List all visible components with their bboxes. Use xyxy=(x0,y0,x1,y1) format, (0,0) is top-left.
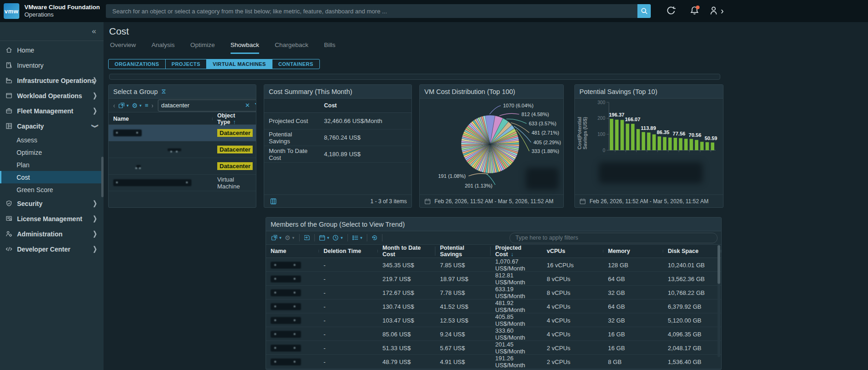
refresh-icon[interactable] xyxy=(666,6,677,17)
bar-title: Potential Savings (Top 10) xyxy=(579,88,657,95)
sidebar-item-optimize[interactable]: Optimize xyxy=(0,146,104,159)
sidebar-item-fleet-management[interactable]: Fleet Management❯ xyxy=(0,103,104,118)
gear-icon[interactable]: ⚙ xyxy=(132,102,138,109)
sidebar-scrollbar[interactable] xyxy=(101,157,104,197)
calendar-icon xyxy=(424,198,431,205)
chevron-down-icon[interactable]: ▾ xyxy=(327,235,330,240)
chevron-down-icon[interactable]: ▾ xyxy=(279,235,282,240)
sidebar-item-home[interactable]: Home xyxy=(0,42,104,58)
sidebar-item-capacity[interactable]: Capacity❯ xyxy=(0,118,104,134)
members-table-row[interactable]: -172.67 US$7.78 US$633.19 US$/Month8 vCP… xyxy=(266,286,721,300)
tab-showback[interactable]: Showback xyxy=(231,41,259,54)
sidebar-item-developer-center[interactable]: Developer Center❯ xyxy=(0,241,104,257)
list-view-icon[interactable] xyxy=(352,235,359,241)
members-scrollbar[interactable] xyxy=(718,245,720,357)
subtab-projects[interactable]: PROJECTS xyxy=(165,59,207,69)
chevron-down-icon[interactable]: ▾ xyxy=(292,235,295,240)
tab-optimize[interactable]: Optimize xyxy=(191,41,215,54)
summary-value: 32,460.66 US$/Month xyxy=(319,117,411,124)
members-table-row[interactable]: -219.7 US$18.97 US$812.81 US$/Month8 vCP… xyxy=(266,272,721,286)
chevron-down-icon[interactable]: ▾ xyxy=(139,103,142,108)
sidebar-item-plan[interactable]: Plan xyxy=(0,159,104,171)
members-table-row[interactable]: -48.79 US$4.91 US$191.26 US$/Month2 vCPU… xyxy=(266,355,721,369)
sidebar-item-workload-operations[interactable]: Workload Operations❯ xyxy=(0,88,104,103)
member-mtd-cost: 345.35 US$ xyxy=(378,262,435,269)
columns-picker-icon[interactable] xyxy=(270,198,277,205)
hourglass-icon[interactable]: ⧖ xyxy=(162,88,166,95)
open-in-window-icon[interactable] xyxy=(118,102,125,109)
redacted-name xyxy=(113,179,191,186)
column-header-object-type[interactable]: Object Type↑ xyxy=(213,112,256,125)
sidebar-item-license-management[interactable]: License Management❯ xyxy=(0,211,104,226)
column-header-cost[interactable]: Cost xyxy=(319,102,411,109)
sidebar-item-cost[interactable]: Cost xyxy=(0,171,104,183)
sidebar-collapse-icon[interactable]: « xyxy=(92,27,96,36)
sidebar-item-inventory[interactable]: Inventory xyxy=(0,58,104,73)
object-type-value: Datacenter xyxy=(217,146,253,153)
redacted-name xyxy=(271,358,301,365)
member-memory: 32 GB xyxy=(603,317,663,324)
group-table-row[interactable]: Datacenter xyxy=(109,141,256,158)
summary-row[interactable]: Projected Cost32,460.66 US$/Month xyxy=(264,113,411,129)
sidebar-item-assess[interactable]: Assess xyxy=(0,134,104,146)
sort-list-icon[interactable]: ≡ xyxy=(145,102,149,109)
svg-text:86.35: 86.35 xyxy=(657,129,670,135)
group-search-input[interactable] xyxy=(161,102,242,109)
summary-row[interactable]: Month To Date Cost4,180.89 US$ xyxy=(264,146,411,163)
gear-icon[interactable]: ⚙ xyxy=(285,234,291,241)
tab-bills[interactable]: Bills xyxy=(324,41,336,54)
export-icon[interactable] xyxy=(304,235,310,241)
chevron-down-icon[interactable]: ▾ xyxy=(360,235,363,240)
summary-row[interactable]: Potential Savings8,760.24 US$ xyxy=(264,129,411,146)
date-range[interactable]: Feb 26, 2026, 11:52 AM - Mar 5, 2026, 11… xyxy=(590,198,708,205)
subtab-virtual-machines[interactable]: VIRTUAL MACHINES xyxy=(206,59,272,69)
sidebar-item-administration[interactable]: Administration❯ xyxy=(0,226,104,241)
members-table-row[interactable]: -345.35 US$7.85 US$1,070.67 US$/Month16 … xyxy=(266,258,721,272)
subtab-organizations[interactable]: ORGANIZATIONS xyxy=(108,59,166,69)
chevron-down-icon[interactable]: ▾ xyxy=(341,235,343,240)
column-header-vcpus[interactable]: vCPUs xyxy=(542,248,603,254)
tab-chargeback[interactable]: Chargeback xyxy=(275,41,308,54)
column-header-memory[interactable]: Memory xyxy=(603,248,663,254)
global-search-input[interactable] xyxy=(106,4,637,18)
notifications-bell-icon[interactable] xyxy=(689,6,700,17)
restore-defaults-icon[interactable] xyxy=(371,235,378,241)
column-header-month-to-date-cost[interactable]: Month to Date Cost xyxy=(378,245,435,258)
user-menu-icon[interactable]: ❯ xyxy=(709,6,720,17)
tab-overview[interactable]: Overview xyxy=(110,41,136,54)
members-table-row[interactable]: -85.06 US$9.24 US$333.60 US$/Month4 vCPU… xyxy=(266,327,721,341)
tab-analysis[interactable]: Analysis xyxy=(151,41,174,54)
column-header-disk-space[interactable]: Disk Space xyxy=(663,248,721,254)
workload-icon xyxy=(6,92,13,100)
group-table-row[interactable]: Datacenter xyxy=(109,125,256,141)
sidebar-item-green-score[interactable]: Green Score xyxy=(0,183,104,196)
redacted-name xyxy=(271,289,301,296)
group-table-row[interactable]: Datacenter xyxy=(109,158,256,175)
members-filter-input[interactable] xyxy=(515,235,712,241)
collapsed-panel-strip[interactable] xyxy=(109,74,720,80)
filter-funnel-icon[interactable] xyxy=(254,102,256,109)
column-header-name[interactable]: Name xyxy=(266,248,319,254)
column-header-potential-savings[interactable]: Potential Savings xyxy=(435,245,491,258)
sidebar-item-label: Security xyxy=(17,200,42,207)
column-header-name[interactable]: Name xyxy=(109,116,213,122)
vmware-logo[interactable]: vmw xyxy=(4,3,19,19)
sidebar-item-infrastructure-operations[interactable]: Infrastructure Operations❯ xyxy=(0,73,104,88)
page-next-icon[interactable]: › xyxy=(150,101,155,109)
group-table-row[interactable]: Virtual Machine xyxy=(109,175,256,191)
members-table-row[interactable]: -103.47 US$12.53 US$405.85 US$/Month4 vC… xyxy=(266,313,721,327)
calendar-icon[interactable] xyxy=(319,235,325,241)
clear-search-icon[interactable]: ✕ xyxy=(242,102,253,109)
search-button[interactable] xyxy=(637,4,651,18)
subtab-containers[interactable]: CONTAINERS xyxy=(272,59,320,69)
column-header-deletion-time[interactable]: Deletion Time xyxy=(319,248,378,254)
sidebar-item-security[interactable]: Security❯ xyxy=(0,196,104,211)
page-prev-icon[interactable]: ‹ xyxy=(111,101,117,109)
members-table-row[interactable]: -51.33 US$5.67 US$201.45 US$/Month2 vCPU… xyxy=(266,341,721,355)
members-table-row[interactable]: -130.74 US$41.52 US$481.92 US$/Month4 vC… xyxy=(266,300,721,313)
date-range[interactable]: Feb 26, 2026, 11:52 AM - Mar 5, 2026, 11… xyxy=(434,198,553,205)
column-header-projected-cost[interactable]: Projected Cost↓ xyxy=(491,245,542,258)
clock-icon[interactable] xyxy=(332,235,339,241)
chevron-down-icon[interactable]: ▾ xyxy=(127,103,129,108)
open-in-window-icon[interactable] xyxy=(271,235,278,241)
